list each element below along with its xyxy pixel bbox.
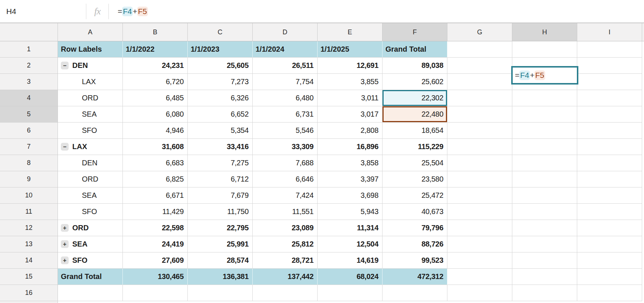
cell-F13[interactable]: 88,726: [382, 236, 447, 252]
cell-D11[interactable]: 11,551: [253, 204, 318, 220]
cell-C7[interactable]: 33,416: [188, 139, 253, 155]
cell-G13[interactable]: [447, 236, 512, 252]
cell-E1[interactable]: 1/1/2025: [318, 41, 382, 58]
cell-E8[interactable]: 3,858: [318, 155, 382, 171]
cell-C1[interactable]: 1/1/2023: [188, 41, 253, 58]
column-header-B[interactable]: B: [123, 23, 188, 41]
cell-A9[interactable]: ORD: [58, 171, 123, 187]
column-header-G[interactable]: G: [447, 23, 512, 41]
cell-D5[interactable]: 6,731: [253, 106, 318, 123]
cell-A2[interactable]: −DEN: [58, 58, 123, 74]
cell-C4[interactable]: 6,326: [188, 90, 253, 106]
cell-E15[interactable]: 68,024: [318, 269, 382, 285]
cell-A14[interactable]: +SFO: [58, 252, 123, 269]
cell-H16[interactable]: [512, 285, 577, 301]
cell-I9[interactable]: [577, 171, 642, 187]
cell-B6[interactable]: 4,946: [123, 123, 188, 139]
cell-A3[interactable]: LAX: [58, 74, 123, 90]
cell-D16[interactable]: [253, 285, 318, 301]
cell-C11[interactable]: 11,750: [188, 204, 253, 220]
cell-E14[interactable]: 14,619: [318, 252, 382, 269]
collapse-toggle-LAX[interactable]: −: [61, 143, 69, 151]
row-header-7[interactable]: 7: [0, 139, 58, 155]
cell-F8[interactable]: 25,504: [382, 155, 447, 171]
cell-I6[interactable]: [577, 123, 642, 139]
cell-D7[interactable]: 33,309: [253, 139, 318, 155]
row-header-9[interactable]: 9: [0, 171, 58, 187]
select-all-corner[interactable]: [0, 23, 58, 41]
cell-I2[interactable]: [577, 58, 642, 74]
cell-B10[interactable]: 6,671: [123, 187, 188, 204]
cell-I15[interactable]: [577, 269, 642, 285]
cell-G12[interactable]: [447, 220, 512, 236]
cell-B5[interactable]: 6,080: [123, 106, 188, 123]
row-header-13[interactable]: 13: [0, 236, 58, 252]
row-header-10[interactable]: 10: [0, 187, 58, 204]
row-header-3[interactable]: 3: [0, 74, 58, 90]
cell-D8[interactable]: 7,688: [253, 155, 318, 171]
cell-G6[interactable]: [447, 123, 512, 139]
cell-B3[interactable]: 6,720: [123, 74, 188, 90]
cell-G4[interactable]: [447, 90, 512, 106]
cell-E4[interactable]: 3,011: [318, 90, 382, 106]
row-header-15[interactable]: 15: [0, 269, 58, 285]
cell-C9[interactable]: 6,712: [188, 171, 253, 187]
cell-F10[interactable]: 25,472: [382, 187, 447, 204]
cell-C14[interactable]: 28,574: [188, 252, 253, 269]
row-header-8[interactable]: 8: [0, 155, 58, 171]
row-header-2[interactable]: 2: [0, 58, 58, 74]
column-header-H[interactable]: H: [512, 23, 577, 41]
column-header-C[interactable]: C: [188, 23, 253, 41]
cell-C5[interactable]: 6,652: [188, 106, 253, 123]
cell-B7[interactable]: 31,608: [123, 139, 188, 155]
cell-D10[interactable]: 7,424: [253, 187, 318, 204]
collapse-toggle-DEN[interactable]: −: [61, 62, 69, 69]
cell-F5[interactable]: 22,480: [382, 106, 447, 123]
cell-H10[interactable]: [512, 187, 577, 204]
cell-A16[interactable]: [58, 285, 123, 301]
cell-A7[interactable]: −LAX: [58, 139, 123, 155]
cell-C15[interactable]: 136,381: [188, 269, 253, 285]
cell-C2[interactable]: 25,605: [188, 58, 253, 74]
cell-D6[interactable]: 5,546: [253, 123, 318, 139]
cell-A8[interactable]: DEN: [58, 155, 123, 171]
name-box[interactable]: H4: [0, 0, 86, 23]
expand-toggle-ORD[interactable]: +: [61, 224, 69, 232]
cell-H11[interactable]: [512, 204, 577, 220]
cell-D3[interactable]: 7,754: [253, 74, 318, 90]
cell-H9[interactable]: [512, 171, 577, 187]
cell-B2[interactable]: 24,231: [123, 58, 188, 74]
cell-B4[interactable]: 6,485: [123, 90, 188, 106]
cell-F6[interactable]: 18,654: [382, 123, 447, 139]
cell-H14[interactable]: [512, 252, 577, 269]
cell-G15[interactable]: [447, 269, 512, 285]
cell-I11[interactable]: [577, 204, 642, 220]
cell-H13[interactable]: [512, 236, 577, 252]
cell-A5[interactable]: SEA: [58, 106, 123, 123]
cell-H7[interactable]: [512, 139, 577, 155]
cell-H8[interactable]: [512, 155, 577, 171]
cell-F2[interactable]: 89,038: [382, 58, 447, 74]
cell-I3[interactable]: [577, 74, 642, 90]
cell-F1[interactable]: Grand Total: [382, 41, 447, 58]
cell-E6[interactable]: 2,808: [318, 123, 382, 139]
cell-F4[interactable]: 22,302: [382, 90, 447, 106]
cell-A11[interactable]: SFO: [58, 204, 123, 220]
cell-B13[interactable]: 24,419: [123, 236, 188, 252]
cell-I4[interactable]: [577, 90, 642, 106]
row-header-5[interactable]: 5: [0, 106, 58, 123]
cell-G10[interactable]: [447, 187, 512, 204]
cell-E2[interactable]: 12,691: [318, 58, 382, 74]
cell-D14[interactable]: 28,721: [253, 252, 318, 269]
row-header-4[interactable]: 4: [0, 90, 58, 106]
cell-D2[interactable]: 26,511: [253, 58, 318, 74]
cell-H5[interactable]: [512, 106, 577, 123]
cell-B12[interactable]: 22,598: [123, 220, 188, 236]
cell-G16[interactable]: [447, 285, 512, 301]
row-header-16[interactable]: 16: [0, 285, 58, 301]
column-header-F[interactable]: F: [382, 23, 447, 41]
cell-C13[interactable]: 25,991: [188, 236, 253, 252]
cell-D15[interactable]: 137,442: [253, 269, 318, 285]
insert-function-button[interactable]: fx: [86, 0, 108, 23]
cell-H12[interactable]: [512, 220, 577, 236]
